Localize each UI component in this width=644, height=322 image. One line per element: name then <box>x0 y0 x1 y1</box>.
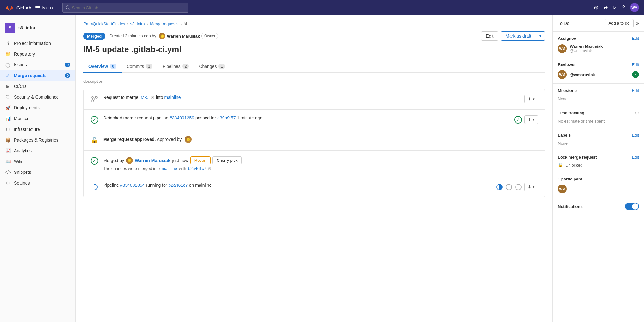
sidebar-item-deployments[interactable]: 🚀 Deployments <box>0 102 75 113</box>
help-icon[interactable]: ? <box>622 5 625 10</box>
snippets-icon: </> <box>5 169 11 175</box>
assignee-section: Assignee Edit WM Warren Marusiak @wmarus… <box>553 32 644 58</box>
reviewer-edit-link[interactable]: Edit <box>632 62 639 67</box>
pipeline-running-link[interactable]: #334092054 <box>120 183 145 188</box>
branch-from-link[interactable]: IM-5 <box>140 95 148 100</box>
merger-link[interactable]: Warren Marusiak <box>135 158 170 163</box>
pipeline-link[interactable]: #334091259 <box>170 115 194 120</box>
revert-button[interactable]: Revert <box>190 156 211 164</box>
security-icon: 🛡 <box>5 94 11 100</box>
time-tracking-help-icon[interactable]: ⊙ <box>635 110 639 115</box>
mr-tabs: Overview 0 Commits 1 Pipelines 2 Changes… <box>83 61 545 73</box>
issues-icon: ◯ <box>5 62 11 68</box>
project-header: S s3_infra <box>0 20 75 38</box>
notifications-toggle[interactable]: ✓ <box>625 203 639 210</box>
time-tracking-section: Time tracking ⊙ No estimate or time spen… <box>553 106 644 128</box>
branch-into-link[interactable]: mainline <box>164 95 181 100</box>
gitlab-logo[interactable]: GitLab <box>5 3 32 12</box>
sidebar-item-wiki[interactable]: 📖 Wiki <box>0 156 75 167</box>
sidebar-item-packages-registries[interactable]: 📦 Packages & Registries <box>0 135 75 145</box>
tab-pipelines[interactable]: Pipelines 2 <box>158 61 194 73</box>
mr-icon-nav[interactable]: ⇄ <box>604 5 608 11</box>
sidebar-item-snippets[interactable]: </> Snippets <box>0 167 75 178</box>
todo-bar: To Do Add a to do » <box>553 15 644 32</box>
sidebar-item-repository[interactable]: 📁 Repository <box>0 49 75 59</box>
todo-icon[interactable]: ☑ <box>613 5 617 11</box>
breadcrumb-merge-requests[interactable]: Merge requests <box>150 21 178 26</box>
merged-by-row: Merged by 🙂 Warren Marusiak just now Rev… <box>103 156 242 164</box>
lock-mr-value: Unlocked <box>565 163 582 167</box>
moon-icon <box>496 184 503 191</box>
svg-point-9 <box>92 184 97 190</box>
svg-point-12 <box>516 184 521 190</box>
running-pipeline-download[interactable]: ⬇ ▾ <box>524 183 538 191</box>
commit-link[interactable]: a39a9f57 <box>217 115 236 120</box>
pipeline-running-icon <box>90 183 99 191</box>
labels-edit-link[interactable]: Edit <box>632 133 639 137</box>
download-button[interactable]: ⬇ ▾ <box>524 95 538 103</box>
search-bar[interactable] <box>62 3 188 13</box>
time-tracking-header: Time tracking ⊙ <box>558 110 639 115</box>
mr-author: Warren Marusiak <box>167 34 200 39</box>
milestone-value: None <box>558 96 568 101</box>
merged-content: Merged by 🙂 Warren Marusiak just now Rev… <box>103 156 538 171</box>
merge-request-icon <box>90 95 99 104</box>
sidebar-item-settings[interactable]: ⚙ Settings <box>0 178 75 188</box>
create-button[interactable]: ⊕ <box>594 4 599 11</box>
user-avatar-nav[interactable]: WM <box>630 3 639 12</box>
tab-commits[interactable]: Commits 1 <box>122 61 158 73</box>
tab-overview[interactable]: Overview 0 <box>83 61 122 73</box>
tab-changes[interactable]: Changes 1 <box>194 61 230 73</box>
lock-mr-edit-link[interactable]: Edit <box>632 155 639 160</box>
svg-point-11 <box>506 184 512 190</box>
labels-title: Labels <box>558 133 571 137</box>
breadcrumb-s3infra[interactable]: s3_infra <box>130 21 145 26</box>
sidebar-label-project-information: Project information <box>14 41 51 46</box>
unlock-icon: 🔓 <box>558 163 563 167</box>
milestone-edit-link[interactable]: Edit <box>632 88 639 93</box>
sidebar-item-monitor[interactable]: 📊 Monitor <box>0 113 75 124</box>
sidebar-item-infrastructure[interactable]: ⬡ Infrastructure <box>0 124 75 135</box>
sidebar-label-issues: Issues <box>14 62 27 67</box>
mr-badge: 0 <box>65 73 70 78</box>
sidebar-label-wiki: Wiki <box>14 159 22 164</box>
breadcrumb: PmmQuickStartGuides › s3_infra › Merge r… <box>83 21 545 26</box>
pipeline-pass-icon: ✓ <box>90 115 99 124</box>
svg-rect-0 <box>35 6 40 7</box>
participants-section: 1 participant WM <box>553 172 644 198</box>
description-label: description <box>83 79 545 84</box>
pipeline-download-button[interactable]: ⬇ ▾ <box>524 115 538 124</box>
mr-icon: ⇄ <box>5 73 11 78</box>
mr-meta: Created 2 minutes ago by 🙂 Warren Marusi… <box>109 33 218 39</box>
search-input[interactable] <box>72 5 185 10</box>
menu-button[interactable]: Menu <box>35 5 53 10</box>
add-todo-button[interactable]: Add a to do <box>605 19 634 27</box>
milestone-title: Milestone <box>558 88 577 93</box>
assignee-edit-link[interactable]: Edit <box>632 36 639 41</box>
cherry-pick-button[interactable]: Cherry-pick <box>212 156 242 164</box>
merge-commit-link[interactable]: b2a461c7 <box>188 166 206 171</box>
sidebar-item-merge-requests[interactable]: ⇄ Merge requests 0 <box>0 70 75 81</box>
edit-button[interactable]: Edit <box>481 31 498 41</box>
sidebar-label-analytics: Analytics <box>14 148 32 153</box>
breadcrumb-mr-id: !4 <box>184 21 187 26</box>
expand-icon[interactable]: » <box>636 21 639 26</box>
copy-commit-icon[interactable]: ⎘ <box>208 166 211 171</box>
svg-rect-1 <box>35 7 40 8</box>
sidebar-item-project-information[interactable]: ℹ Project information <box>0 38 75 49</box>
mark-draft-button[interactable]: Mark as draft <box>501 31 536 41</box>
merged-branch-link[interactable]: mainline <box>162 166 177 171</box>
sidebar-item-analytics[interactable]: 📈 Analytics <box>0 145 75 156</box>
breadcrumb-pmm[interactable]: PmmQuickStartGuides <box>83 21 125 26</box>
sidebar-item-issues[interactable]: ◯ Issues 0 <box>0 59 75 70</box>
sidebar-item-cicd[interactable]: ▶ CI/CD <box>0 81 75 92</box>
sidebar-item-security-compliance[interactable]: 🛡 Security & Compliance <box>0 92 75 102</box>
assignee-handle: @wmarusiak <box>570 49 603 53</box>
running-commit-link[interactable]: b2a461c7 <box>168 183 188 188</box>
pipeline-running-actions: ⬇ ▾ <box>496 183 538 191</box>
copy-branch-icon[interactable]: ⎘ <box>151 95 153 100</box>
mark-draft-dropdown[interactable]: ▾ <box>536 31 545 41</box>
monitor-icon: 📊 <box>5 116 11 121</box>
svg-point-7 <box>92 100 93 102</box>
pipeline-pass-content: Detached merge request pipeline #3340912… <box>103 115 510 120</box>
